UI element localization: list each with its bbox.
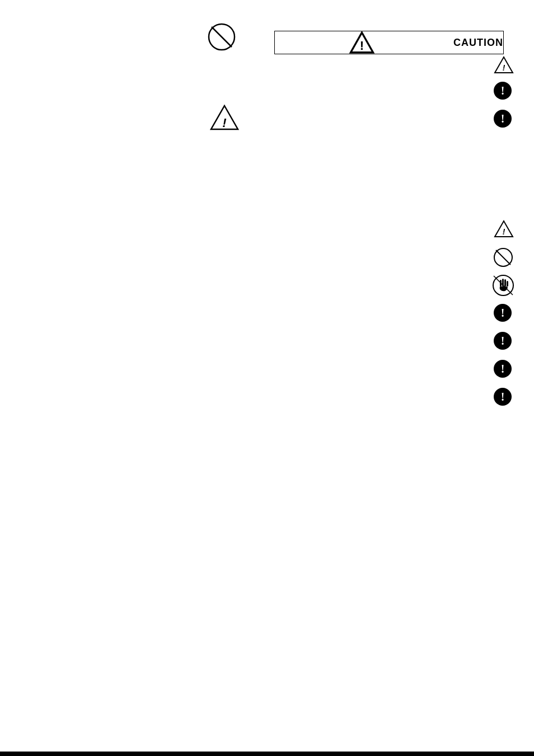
- exclamation-circle-icon-1: !: [494, 82, 512, 100]
- no-touch-icon-right: [492, 274, 514, 297]
- bottom-bar: [0, 752, 534, 756]
- exclamation-circle-icon-5: !: [494, 360, 512, 378]
- svg-line-3: [212, 27, 232, 47]
- svg-rect-16: [504, 279, 506, 287]
- warning-triangle-icon-top-right: !: [494, 56, 514, 74]
- svg-text:!: !: [222, 116, 226, 130]
- svg-text:!: !: [503, 227, 505, 236]
- svg-line-11: [496, 250, 510, 265]
- svg-text:!: !: [360, 39, 364, 53]
- svg-rect-15: [502, 279, 504, 287]
- caution-box: ! CAUTION: [274, 31, 504, 54]
- svg-rect-17: [507, 281, 508, 287]
- exclamation-circle-icon-2: !: [494, 110, 512, 128]
- exclamation-circle-icon-4: !: [494, 332, 512, 350]
- prohibition-icon-top: [207, 22, 236, 51]
- caution-label: CAUTION: [453, 37, 503, 49]
- exclamation-circle-icon-3: !: [494, 304, 512, 322]
- caution-triangle-icon: !: [275, 31, 449, 54]
- svg-rect-14: [500, 280, 502, 287]
- warning-triangle-icon-right-2: !: [494, 220, 514, 238]
- warning-triangle-icon-mid-left: !: [210, 104, 239, 133]
- svg-text:!: !: [503, 63, 505, 72]
- exclamation-circle-icon-6: !: [494, 388, 512, 406]
- prohibition-circle-icon-right: [493, 247, 513, 267]
- page-container: ! CAUTION ! ! ! ! !: [0, 0, 534, 756]
